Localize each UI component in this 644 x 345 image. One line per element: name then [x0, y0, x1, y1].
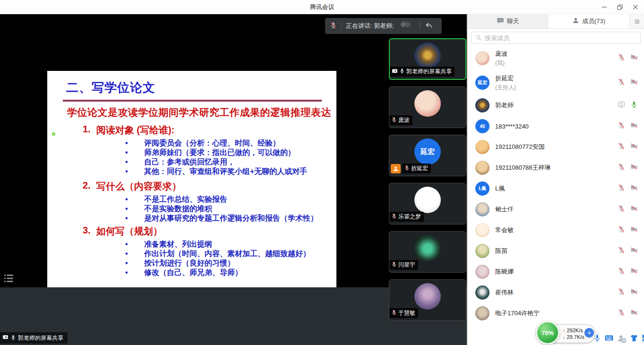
member-row[interactable]: 常会敏: [468, 220, 644, 241]
mic-muted-icon[interactable]: [618, 142, 625, 152]
camera-muted-icon[interactable]: [630, 163, 638, 172]
mic-muted-icon: [391, 310, 397, 317]
mic-muted-icon[interactable]: [618, 78, 625, 87]
mic-muted-icon[interactable]: [618, 267, 625, 276]
close-button[interactable]: [627, 0, 643, 14]
mic-muted-icon[interactable]: [618, 205, 625, 214]
member-row[interactable]: 郭老师: [468, 95, 644, 116]
thumbnail-name: 于慧敏: [398, 309, 415, 317]
restore-button[interactable]: [612, 0, 627, 14]
member-status-icons: [618, 288, 638, 297]
bullet-text: 师弟师妹们（要求：指出已做的，可以做的）: [144, 148, 295, 157]
camera-muted-icon[interactable]: [630, 205, 638, 214]
mic-muted-icon[interactable]: [618, 246, 625, 256]
mic-muted-icon[interactable]: [618, 309, 625, 318]
video-thumbnail[interactable]: 于慧敏: [389, 279, 466, 321]
avatar: [475, 98, 489, 112]
mic-muted-icon[interactable]: [618, 288, 625, 297]
member-name: 陈晓娜: [495, 267, 618, 276]
member-info: 19211080788王梓琳: [495, 164, 618, 172]
slide-title-rule: [63, 100, 322, 102]
slide-bullet: 自己：参考或供回忆录用，: [125, 157, 336, 167]
memory-speed-ball[interactable]: 70%: [536, 321, 559, 345]
member-row[interactable]: 电子1704许艳宁: [468, 303, 644, 324]
video-thumbnail[interactable]: 延宏 折延宏: [389, 135, 466, 176]
tab-chat[interactable]: 聊天: [468, 14, 548, 28]
member-name: 折延宏: [495, 74, 618, 83]
member-row[interactable]: 19211080772安国: [468, 137, 644, 157]
video-thumbnail[interactable]: 乐霖之梦: [389, 183, 466, 224]
mic-muted-icon[interactable]: [618, 225, 625, 235]
camera-muted-icon[interactable]: [630, 267, 638, 276]
thumbnail-name: 乐霖之梦: [398, 213, 421, 221]
ime-toolbox-icon[interactable]: [642, 334, 644, 344]
mic-muted-icon[interactable]: [330, 22, 337, 31]
video-thumbnail[interactable]: 郭老师的屏幕共享: [389, 38, 466, 80]
mic-muted-icon[interactable]: [618, 163, 625, 172]
camera-muted-icon[interactable]: [630, 142, 638, 152]
camera-muted-icon[interactable]: [630, 78, 638, 87]
minimize-button[interactable]: [596, 0, 612, 14]
screen-share-chip-label: 郭老师的屏幕共享: [18, 334, 63, 342]
avatar: [414, 43, 441, 69]
member-row[interactable]: 19211080788王梓琳: [468, 157, 644, 178]
avatar: 延宏: [414, 138, 441, 165]
bullet-dot: [125, 204, 144, 214]
camera-muted-icon[interactable]: [630, 225, 638, 235]
video-thumbnail[interactable]: 闫星宇: [389, 231, 466, 273]
back-arrow-icon[interactable]: [425, 21, 433, 31]
slide-intro-text: 学位论文是攻读学位期间学术研究工作成果的逻辑推理表达: [67, 106, 336, 119]
screen-share-chip: 郭老师的屏幕共享: [0, 332, 68, 344]
ime-skin-icon[interactable]: [630, 334, 638, 344]
member-name: 鲍士仟: [495, 205, 618, 214]
avatar: [475, 202, 489, 216]
slideshow-outline-icon[interactable]: [4, 274, 14, 284]
search-box[interactable]: [471, 32, 641, 44]
video-thumbnail[interactable]: 庞波: [389, 86, 466, 128]
camera-muted-icon[interactable]: [630, 246, 638, 256]
member-info: 郭老师: [495, 101, 618, 110]
member-status-icons: [618, 163, 638, 172]
ime-user-badge-icon[interactable]: 26: [617, 334, 627, 344]
slide-bullet: 按计划进行（良好的习惯）: [125, 259, 336, 268]
mic-on-icon[interactable]: [630, 101, 638, 110]
bullet-dot: [125, 148, 144, 157]
camera-muted-icon[interactable]: [630, 309, 638, 318]
mic-muted-icon[interactable]: [618, 53, 625, 63]
avatar: [475, 285, 489, 300]
member-row[interactable]: 崔伟林: [468, 282, 644, 303]
camera-muted-icon[interactable]: [630, 121, 638, 131]
avatar: [414, 235, 441, 261]
camera-muted-icon[interactable]: [630, 288, 638, 297]
member-row[interactable]: 40 183****3240: [468, 116, 644, 137]
laser-pointer-dot: [52, 132, 55, 136]
divider: [420, 22, 421, 30]
thumbnail-label: 折延宏: [402, 164, 431, 173]
search-input[interactable]: [485, 34, 636, 42]
member-row[interactable]: L佩 L佩: [468, 178, 644, 199]
ime-keyboard-icon[interactable]: [604, 334, 614, 344]
member-info: 19211080772安国: [495, 143, 618, 151]
screen-share-icon[interactable]: [618, 101, 625, 110]
member-name: 崔伟林: [495, 288, 618, 297]
bullet-dot: [125, 259, 144, 268]
camera-muted-icon[interactable]: [630, 184, 638, 193]
member-row[interactable]: 延宏 折延宏 (主持人): [468, 70, 644, 95]
plus-button[interactable]: +: [584, 328, 594, 337]
member-status-icons: [618, 78, 638, 87]
slide-heading: 3.如何写（规划）: [83, 225, 336, 238]
camera-muted-icon[interactable]: [630, 53, 638, 63]
mic-muted-icon[interactable]: [618, 184, 625, 193]
member-info: 电子1704许艳宁: [495, 309, 618, 318]
member-status-icons: [618, 246, 638, 256]
hamburger-icon: [634, 18, 640, 25]
slide-section: 1.阅读对象 (写给谁): 评阅委员会（分析：心理、时间、经验）师弟师妹们（要求…: [47, 124, 336, 176]
tab-members[interactable]: 成员(73): [548, 14, 629, 28]
avatar: L佩: [475, 181, 489, 196]
member-row[interactable]: 鲍士仟: [468, 199, 644, 220]
panel-more-button[interactable]: [629, 14, 644, 28]
member-row[interactable]: 陈苗: [468, 241, 644, 261]
member-row[interactable]: 陈晓娜: [468, 261, 644, 282]
member-row[interactable]: 庞波 (我): [468, 46, 644, 70]
mic-muted-icon[interactable]: [618, 121, 625, 131]
